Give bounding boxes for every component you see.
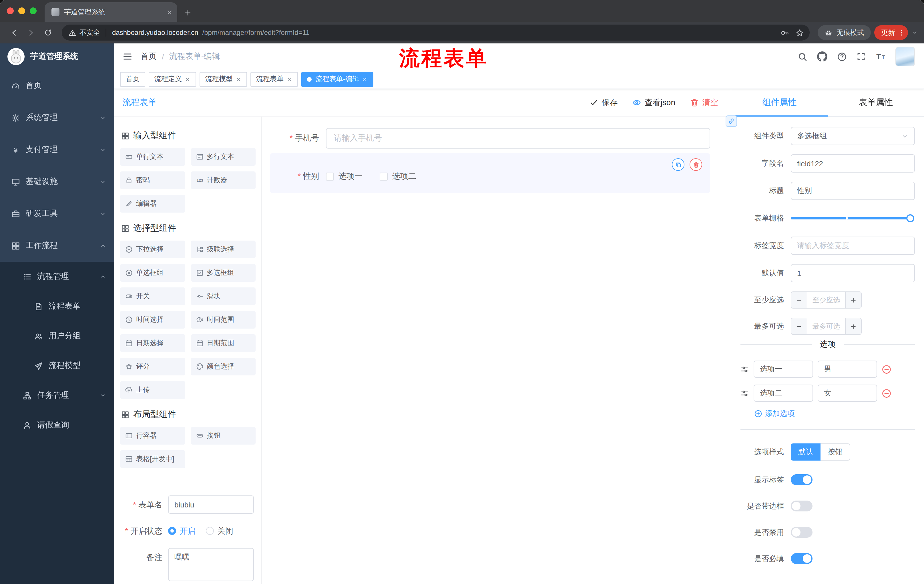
help-icon[interactable] <box>837 52 847 61</box>
palette-item-upload[interactable]: 上传 <box>120 381 185 399</box>
palette-item-table[interactable]: 表格[开发中] <box>120 450 185 468</box>
disabled-switch[interactable] <box>791 527 812 538</box>
key-icon[interactable] <box>780 28 789 37</box>
clear-button[interactable]: 清空 <box>690 97 718 108</box>
label-width-input[interactable]: 请输入标签宽度 <box>791 237 915 255</box>
tag-process-form[interactable]: 流程表单 <box>251 72 298 87</box>
tag-process-form-edit[interactable]: 流程表单-编辑 <box>301 72 373 87</box>
tab-close-icon[interactable] <box>167 9 173 15</box>
address-bar[interactable]: 不安全 dashboard.yudao.iocoder.cn/bpm/manag… <box>62 25 810 41</box>
slider-handle[interactable] <box>906 214 914 222</box>
save-button[interactable]: 保存 <box>590 97 618 108</box>
title-input[interactable]: 性别 <box>791 182 915 200</box>
palette-item-date-range[interactable]: 日期范围 <box>191 334 256 352</box>
forward-button[interactable] <box>23 25 39 41</box>
style-button-button[interactable]: 按钮 <box>820 443 850 461</box>
bookmark-star-icon[interactable] <box>795 28 804 37</box>
new-tab-button[interactable] <box>184 9 191 16</box>
tag-home[interactable]: 首页 <box>120 72 145 87</box>
canvas-field-phone[interactable]: 手机号请输入手机号 <box>270 128 710 148</box>
option-label-input[interactable]: 选项一 <box>754 360 813 378</box>
sidebar-item-task-management[interactable]: 任务管理 <box>0 380 114 410</box>
option-label-input[interactable]: 选项二 <box>754 385 813 402</box>
palette-item-color-picker[interactable]: 颜色选择 <box>191 358 256 375</box>
grid-slider[interactable] <box>791 209 915 227</box>
palette-item-editor[interactable]: 编辑器 <box>120 195 185 212</box>
palette-item-single-line-text[interactable]: 单行文本 <box>120 148 185 166</box>
update-button[interactable]: 更新 <box>874 25 908 40</box>
with-border-switch[interactable] <box>791 500 812 512</box>
sidebar-item-process-management[interactable]: 流程管理 <box>0 262 114 291</box>
close-icon[interactable] <box>362 76 368 82</box>
copy-widget-button[interactable] <box>672 158 685 171</box>
palette-item-row-container[interactable]: 行容器 <box>120 427 185 444</box>
show-label-switch[interactable] <box>791 474 812 485</box>
palette-item-counter[interactable]: 123计数器 <box>191 171 256 189</box>
palette-item-time-range[interactable]: 时间范围 <box>191 311 256 329</box>
add-option-button[interactable]: 添加选项 <box>754 409 915 419</box>
sidebar-item-process-model[interactable]: 流程模型 <box>0 351 114 380</box>
sidebar-item-leave-query[interactable]: 请假查询 <box>0 410 114 440</box>
sidebar-item-workflow[interactable]: 工作流程 <box>0 230 114 262</box>
status-radio-closed[interactable]: 关闭 <box>206 522 233 540</box>
cminus-icon[interactable] <box>882 364 891 374</box>
tag-process-model[interactable]: 流程模型 <box>200 72 247 87</box>
increase-button[interactable] <box>845 318 861 334</box>
palette-item-radio-group[interactable]: 单选框组 <box>120 264 185 282</box>
delete-widget-button[interactable] <box>690 158 702 171</box>
palette-item-password[interactable]: 密码 <box>120 171 185 189</box>
minimize-window-button[interactable] <box>18 7 25 14</box>
option-value-input[interactable]: 女 <box>818 385 877 402</box>
close-icon[interactable] <box>236 76 241 82</box>
palette-item-switch[interactable]: 开关 <box>120 288 185 305</box>
field-name-input[interactable]: field122 <box>791 154 915 173</box>
search-icon[interactable] <box>798 52 807 61</box>
palette-item-time-picker[interactable]: 时间选择 <box>120 311 185 329</box>
sidebar-item-system[interactable]: 系统管理 <box>0 102 114 134</box>
avatar[interactable] <box>895 47 915 66</box>
sidebar-item-home[interactable]: 首页 <box>0 70 114 102</box>
min-selected-input[interactable]: 至少应选 <box>807 292 845 308</box>
palette-item-checkbox-group[interactable]: 多选框组 <box>191 264 256 282</box>
sliders-icon[interactable] <box>741 365 749 373</box>
close-window-button[interactable] <box>7 7 14 14</box>
decrease-button[interactable] <box>791 318 807 334</box>
palette-item-select[interactable]: 下拉选择 <box>120 240 185 258</box>
max-selected-input[interactable]: 最多可选 <box>807 318 845 334</box>
palette-item-multi-line-text[interactable]: 多行文本 <box>191 148 256 166</box>
font-size-icon[interactable]: TT <box>875 51 886 62</box>
required-switch[interactable] <box>791 553 812 564</box>
breadcrumb-home[interactable]: 首页 <box>141 51 157 62</box>
sidebar-item-dev-tools[interactable]: 研发工具 <box>0 198 114 230</box>
option-value-input[interactable]: 男 <box>818 360 877 378</box>
palette-item-slider[interactable]: 滑块 <box>191 288 256 305</box>
palette-item-date-picker[interactable]: 日期选择 <box>120 334 185 352</box>
browser-tab[interactable]: 芋道管理系统 <box>45 2 177 22</box>
chevron-down-icon[interactable] <box>911 29 918 36</box>
phone-input[interactable]: 请输入手机号 <box>326 128 710 148</box>
component-type-select[interactable]: 多选框组 <box>791 127 915 145</box>
back-button[interactable] <box>6 25 22 41</box>
sliders-icon[interactable] <box>741 389 749 397</box>
link-icon[interactable] <box>726 115 737 127</box>
palette-item-button[interactable]: 按钮 <box>191 427 256 444</box>
view-json-button[interactable]: 查看json <box>633 97 675 108</box>
sidebar-item-user-group[interactable]: 用户分组 <box>0 321 114 351</box>
github-icon[interactable] <box>817 51 827 62</box>
cminus-icon[interactable] <box>882 388 891 398</box>
close-icon[interactable] <box>287 76 292 82</box>
security-indicator[interactable]: 不安全 <box>69 28 100 38</box>
checkbox-option[interactable]: 选项二 <box>380 171 416 182</box>
checkbox-option[interactable]: 选项一 <box>326 171 363 182</box>
decrease-button[interactable] <box>791 292 807 308</box>
status-radio-open[interactable]: 开启 <box>168 522 196 540</box>
canvas-field-gender[interactable]: 性别选项一选项二 <box>270 153 710 193</box>
palette-item-rate[interactable]: 评分 <box>120 358 185 375</box>
default-value-input[interactable]: 1 <box>791 264 915 282</box>
form-name-input[interactable]: biubiu <box>168 495 254 514</box>
menu-dots-icon[interactable] <box>898 29 905 36</box>
fullscreen-icon[interactable] <box>856 52 866 61</box>
reload-button[interactable] <box>40 25 56 41</box>
tag-process-definition[interactable]: 流程定义 <box>148 72 196 87</box>
hamburger-icon[interactable] <box>122 51 133 62</box>
